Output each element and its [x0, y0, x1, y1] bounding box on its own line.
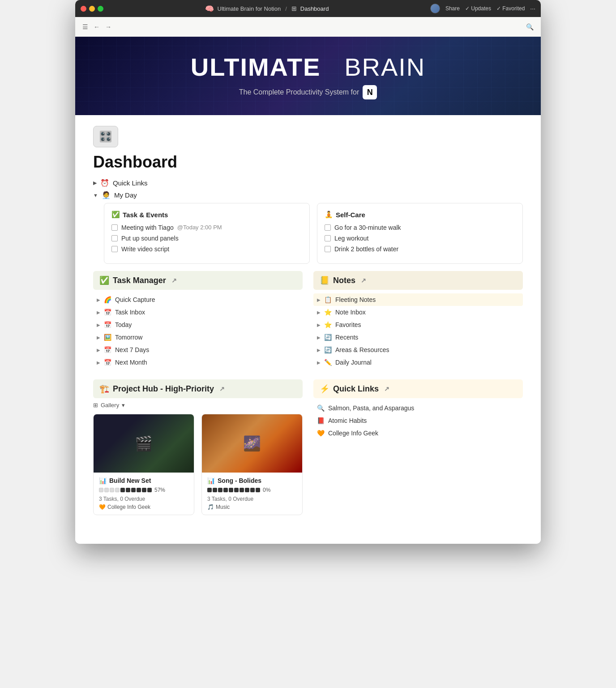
forward-icon[interactable]: →	[105, 23, 111, 30]
checkbox-0[interactable]	[111, 224, 118, 231]
close-button[interactable]	[81, 6, 86, 12]
notes-arrow-icon: ↗	[361, 277, 366, 284]
more-button[interactable]: ···	[530, 5, 535, 12]
page-title: Dashboard	[93, 153, 523, 172]
task-item-2[interactable]: Write video script	[111, 245, 302, 253]
breadcrumb: 🧠 Ultimate Brain for Notion / ⊞ Dashboar…	[205, 4, 329, 13]
tm-item-3[interactable]: ▶ 🖼️ Tomorrow	[93, 331, 303, 344]
task-manager-arrow-icon: ↗	[171, 277, 177, 284]
notes-icon-4: 🔄	[324, 346, 332, 353]
menu-icon[interactable]: ☰	[82, 23, 88, 30]
share-button[interactable]: Share	[445, 5, 460, 12]
sc-label-2: Drink 2 bottles of water	[334, 245, 398, 253]
tm-label-0: Quick Capture	[115, 296, 155, 303]
ql-icon-1: 📕	[317, 417, 325, 424]
gallery-grid-icon: ⊞	[93, 402, 98, 408]
project-card-0[interactable]: 🎬 📊 Build New Set	[93, 414, 194, 515]
hero-title: ULTIMATE BRAIN	[191, 52, 426, 82]
ql-item-0[interactable]: 🔍 Salmon, Pasta, and Asparagus	[313, 402, 523, 414]
sc-checkbox-0[interactable]	[325, 224, 331, 231]
notes-item-1[interactable]: ▶ ⭐ Note Inbox	[313, 306, 523, 318]
sc-checkbox-1[interactable]	[325, 235, 331, 241]
updates-button[interactable]: ✓ Updates	[465, 5, 491, 12]
tm-icon-5: 📅	[104, 359, 111, 366]
project-tag-0: 🧡 College Info Geek	[99, 504, 188, 510]
self-care-header: 🧘 Self-Care	[325, 211, 515, 219]
gallery-controls[interactable]: ⊞ Gallery ▾	[93, 402, 303, 408]
notes-label-1: Note Inbox	[335, 309, 366, 316]
notes-title: Notes	[333, 276, 355, 285]
tm-label-2: Today	[115, 321, 132, 328]
task-events-header: ✅ Task & Events	[111, 211, 302, 219]
back-icon[interactable]: ←	[94, 23, 100, 30]
notion-toolbar: ☰ ← → 🔍	[75, 17, 541, 37]
project-title-icon-1: 📊	[207, 477, 215, 484]
notes-item-5[interactable]: ▶ ✏️ Daily Journal	[313, 356, 523, 369]
task-item-1[interactable]: Put up sound panels	[111, 235, 302, 242]
self-care-card: 🧘 Self-Care Go for a 30-minute walk Leg …	[317, 203, 523, 264]
notes-label-4: Areas & Resources	[335, 346, 389, 353]
fullscreen-button[interactable]	[98, 6, 103, 12]
my-day-toggle[interactable]: ▼ 🧑‍💼 My Day	[93, 191, 523, 199]
project-image-1: 🌌	[202, 414, 302, 473]
project-tag-1: 🎵 Music	[207, 504, 297, 510]
task-label-2: Write video script	[121, 245, 169, 253]
my-day-label: My Day	[114, 191, 137, 199]
tm-item-5[interactable]: ▶ 📅 Next Month	[93, 356, 303, 369]
progress-segments-0	[99, 488, 152, 492]
project-hub-header[interactable]: 🏗️ Project Hub - High-Priority ↗	[93, 379, 303, 398]
sc-item-0[interactable]: Go for a 30-minute walk	[325, 224, 515, 231]
tm-item-0[interactable]: ▶ 🌈 Quick Capture	[93, 293, 303, 306]
sc-item-2[interactable]: Drink 2 bottles of water	[325, 245, 515, 253]
titlebar-actions: Share ✓ Updates ✓ Favorited ···	[430, 4, 535, 13]
quick-links-section: ⚡ Quick Links ↗ 🔍 Salmon, Pasta, and Asp…	[313, 379, 523, 515]
quick-links-toggle[interactable]: ▶ ⏰ Quick Links	[93, 179, 523, 187]
project-tasks-0: 3 Tasks, 0 Overdue	[99, 496, 188, 502]
ql-item-2[interactable]: 🧡 College Info Geek	[313, 427, 523, 439]
quick-links-label: Quick Links	[113, 179, 148, 187]
notes-icon-1: ⭐	[324, 309, 332, 316]
tm-item-2[interactable]: ▶ 📅 Today	[93, 318, 303, 331]
project-card-1[interactable]: 🌌 📊 Song - Bolides	[201, 414, 303, 515]
quick-links-header-icon: ⚡	[320, 384, 329, 394]
task-manager-header[interactable]: ✅ Task Manager ↗	[93, 271, 303, 290]
notes-item-3[interactable]: ▶ 🔄 Recents	[313, 331, 523, 344]
ql-item-1[interactable]: 📕 Atomic Habits	[313, 414, 523, 427]
self-care-title: Self-Care	[336, 211, 365, 219]
tm-item-1[interactable]: ▶ 📅 Task Inbox	[93, 306, 303, 318]
tm-icon-3: 🖼️	[104, 334, 111, 341]
sc-item-1[interactable]: Leg workout	[325, 235, 515, 242]
notes-item-4[interactable]: ▶ 🔄 Areas & Resources	[313, 344, 523, 356]
task-manager-icon: ✅	[99, 275, 109, 285]
hero-subtitle-text: The Complete Productivity System for	[239, 88, 359, 96]
tm-item-4[interactable]: ▶ 📅 Next 7 Days	[93, 344, 303, 356]
task-label-1: Put up sound panels	[121, 235, 179, 242]
progress-segments-1	[207, 488, 260, 492]
notes-header[interactable]: 📒 Notes ↗	[313, 271, 523, 290]
checkbox-1[interactable]	[111, 235, 118, 241]
notes-label-3: Recents	[335, 334, 358, 341]
breadcrumb-parent[interactable]: Ultimate Brain for Notion	[218, 5, 281, 12]
tm-icon-2: 📅	[104, 321, 111, 328]
task-events-card: ✅ Task & Events Meeting with Tiago @Toda…	[104, 203, 310, 264]
controls-icon: 🎛️	[93, 126, 523, 147]
task-item-0[interactable]: Meeting with Tiago @Today 2:00 PM	[111, 224, 302, 231]
minimize-button[interactable]	[89, 6, 95, 12]
notes-icon-2: ⭐	[324, 321, 332, 328]
tm-label-4: Next 7 Days	[115, 346, 149, 353]
tm-label-5: Next Month	[115, 359, 147, 366]
quick-links-header[interactable]: ⚡ Quick Links ↗	[313, 379, 523, 398]
favorited-button[interactable]: ✓ Favorited	[496, 5, 525, 12]
checkbox-2[interactable]	[111, 246, 118, 252]
sc-checkbox-2[interactable]	[325, 246, 331, 252]
breadcrumb-current: Dashboard	[300, 5, 329, 12]
notion-logo: N	[363, 85, 377, 99]
project-hub-arrow-icon: ↗	[219, 385, 225, 392]
notes-item-2[interactable]: ▶ ⭐ Favorites	[313, 318, 523, 331]
project-tag-icon-0: 🧡	[99, 504, 106, 510]
titlebar: 🧠 Ultimate Brain for Notion / ⊞ Dashboar…	[75, 0, 541, 17]
gallery-grid: 🎬 📊 Build New Set	[93, 414, 303, 515]
search-icon[interactable]: 🔍	[526, 23, 534, 30]
notes-item-0[interactable]: ▶ 📋 Fleeting Notes	[313, 293, 523, 306]
tm-icon-1: 📅	[104, 309, 111, 316]
